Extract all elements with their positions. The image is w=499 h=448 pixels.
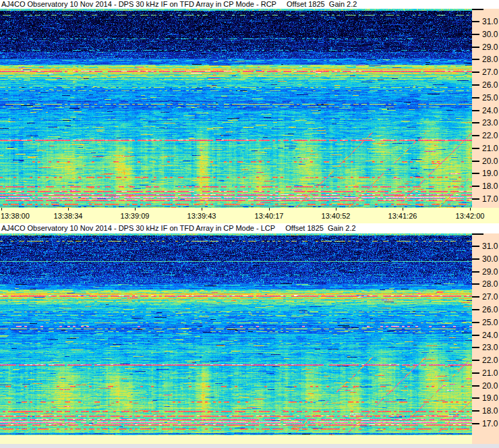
freq-tick-label: 26.0 (482, 80, 498, 90)
freq-tick-label: 24.0 (482, 331, 498, 340)
freq-tick-dash (472, 135, 479, 136)
freq-tick-label: 19.0 (482, 169, 498, 178)
freq-tick-dash (472, 309, 479, 310)
time-tick-label: 13:40:52 (315, 212, 357, 220)
freq-tick-label: 20.0 (482, 157, 498, 166)
freq-tick-label: 29.0 (482, 267, 498, 277)
freq-tick-dash (472, 347, 479, 348)
time-axis: 13:38:0013:38:3413:39:0913:39:4313:40:17… (0, 208, 499, 223)
freq-tick-dash (472, 110, 479, 111)
time-tick (470, 208, 471, 211)
freq-tick-label: 28.0 (482, 55, 498, 64)
freq-tick-dash (472, 246, 479, 247)
freq-tick-dash (472, 360, 479, 361)
plot-row-rcp: 31.030.029.028.027.026.025.024.023.022.0… (0, 9, 499, 208)
spectrogram-rcp (0, 9, 472, 208)
panel-title-rcp: AJ4CO Observatory 10 Nov 2014 - DPS 30 k… (0, 0, 499, 9)
freq-tick-label: 30.0 (482, 254, 498, 264)
time-tick (135, 208, 136, 211)
freq-tick-label: 22.0 (482, 356, 498, 365)
freq-tick-dash (472, 322, 479, 323)
freq-tick-dash (472, 47, 479, 48)
time-tick-label: 13:40:17 (248, 212, 290, 220)
bottom-time-strip-empty (0, 435, 499, 444)
freq-tick-dash (472, 161, 479, 162)
freq-tick-dash (472, 271, 479, 273)
freq-tick-dash (472, 21, 479, 22)
freq-tick-dash (472, 173, 479, 174)
time-tick-label: 13:38:34 (47, 212, 89, 220)
freq-tick-label: 22.0 (482, 131, 498, 140)
freq-tick-label: 19.0 (482, 393, 498, 403)
freq-tick-label: 28.0 (482, 279, 498, 289)
plot-row-lcp: 31.030.029.028.027.026.025.024.023.022.0… (0, 233, 499, 435)
window-bottom-border (0, 444, 499, 448)
freq-scale-lcp: 31.030.029.028.027.026.025.024.023.022.0… (472, 233, 499, 435)
freq-tick-dash (472, 410, 479, 412)
bottom-time-strip-margin-area (472, 435, 499, 444)
time-tick-label: 13:42:00 (449, 212, 491, 220)
time-tick (68, 208, 69, 211)
freq-tick-dash (472, 296, 479, 298)
freq-tick-dash (472, 72, 479, 73)
freq-tick-label: 31.0 (482, 17, 498, 26)
freq-tick-label: 27.0 (482, 292, 498, 302)
freq-tick-label: 21.0 (482, 144, 498, 153)
time-tick (403, 208, 403, 211)
time-tick (269, 208, 270, 211)
freq-tick-label: 25.0 (482, 318, 498, 327)
time-tick (1, 208, 2, 211)
freq-tick-dash (472, 186, 479, 187)
freq-scale-top-tick (472, 9, 483, 10)
freq-tick-dash (472, 372, 479, 374)
freq-tick-dash (472, 59, 479, 60)
freq-tick-label: 23.0 (482, 118, 498, 128)
freq-tick-label: 26.0 (482, 305, 498, 314)
time-tick-label: 13:39:43 (181, 212, 223, 220)
freq-tick-dash (472, 283, 479, 285)
freq-tick-label: 18.0 (482, 406, 498, 416)
bottom-time-strip-plot-area (0, 435, 472, 444)
freq-tick-dash (472, 385, 479, 387)
freq-tick-label: 30.0 (482, 30, 498, 39)
freq-tick-label: 23.0 (482, 343, 498, 352)
freq-tick-dash (472, 258, 479, 260)
freq-tick-label: 20.0 (482, 381, 498, 391)
time-tick (202, 208, 202, 211)
freq-scale-rcp: 31.030.029.028.027.026.025.024.023.022.0… (472, 9, 499, 208)
freq-tick-dash (472, 122, 479, 123)
freq-tick-dash (472, 148, 479, 149)
freq-tick-dash (472, 423, 479, 424)
freq-tick-label: 17.0 (482, 194, 498, 204)
time-tick-label: 13:38:00 (1, 212, 42, 220)
time-tick-label: 13:41:26 (382, 212, 423, 220)
freq-tick-dash (472, 397, 479, 399)
freq-tick-label: 25.0 (482, 93, 498, 103)
spectrogram-lcp (0, 233, 472, 435)
freq-tick-dash (472, 198, 479, 200)
freq-tick-label: 27.0 (482, 67, 498, 77)
freq-tick-label: 31.0 (482, 242, 498, 251)
radio-sky-spectrograph-window: AJ4CO Observatory 10 Nov 2014 - DPS 30 k… (0, 0, 499, 448)
freq-tick-dash (472, 97, 479, 99)
freq-tick-label: 29.0 (482, 43, 498, 52)
freq-tick-label: 21.0 (482, 368, 498, 378)
freq-tick-label: 24.0 (482, 106, 498, 115)
freq-tick-label: 18.0 (482, 181, 498, 191)
time-tick (336, 208, 336, 211)
freq-tick-label: 17.0 (482, 419, 498, 428)
panel-title-lcp: AJ4CO Observatory 10 Nov 2014 - DPS 30 k… (0, 223, 499, 233)
freq-scale-top-tick (472, 233, 483, 235)
freq-tick-dash (472, 84, 479, 86)
freq-tick-dash (472, 335, 479, 336)
freq-tick-dash (472, 34, 479, 35)
time-tick-label: 13:39:09 (114, 212, 156, 220)
